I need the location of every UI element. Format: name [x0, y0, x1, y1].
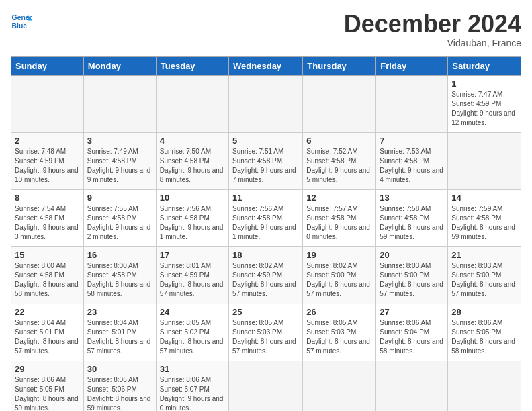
- day-cell: 10 Sunrise: 7:56 AMSunset: 4:58 PMDaylig…: [156, 189, 228, 246]
- day-detail: Sunrise: 8:00 AMSunset: 4:58 PMDaylight:…: [87, 262, 151, 298]
- day-cell: 23 Sunrise: 8:04 AMSunset: 5:01 PMDaylig…: [83, 304, 156, 361]
- day-number: 31: [160, 364, 225, 374]
- empty-cell: [448, 361, 521, 411]
- day-cell: 18 Sunrise: 8:02 AMSunset: 4:59 PMDaylig…: [229, 246, 303, 304]
- day-cell-13: 7 Sunrise: 7:53 AMSunset: 4:58 PMDayligh…: [376, 132, 448, 189]
- day-detail: Sunrise: 7:56 AMSunset: 4:58 PMDaylight:…: [160, 205, 224, 240]
- day-cell: 31 Sunrise: 8:06 AMSunset: 5:07 PMDaylig…: [156, 361, 228, 411]
- day-number: 27: [380, 307, 444, 317]
- col-monday: Monday: [83, 56, 156, 75]
- empty-cell: [229, 75, 303, 132]
- day-number: 25: [232, 307, 299, 317]
- day-detail: Sunrise: 8:05 AMSunset: 5:03 PMDaylight:…: [232, 319, 296, 355]
- day-detail: Sunrise: 7:57 AMSunset: 4:58 PMDaylight:…: [306, 205, 370, 240]
- day-detail: Sunrise: 8:06 AMSunset: 5:04 PMDaylight:…: [380, 319, 443, 355]
- day-cell: 26 Sunrise: 8:05 AMSunset: 5:03 PMDaylig…: [303, 304, 376, 361]
- day-number: 23: [87, 307, 152, 317]
- day-number: 3: [87, 136, 152, 146]
- day-number: 9: [87, 193, 152, 203]
- day-cell: 8 Sunrise: 7:54 AMSunset: 4:58 PMDayligh…: [11, 189, 84, 246]
- day-cell: 30 Sunrise: 8:06 AMSunset: 5:06 PMDaylig…: [83, 361, 156, 411]
- day-detail: Sunrise: 7:53 AMSunset: 4:58 PMDaylight:…: [380, 148, 443, 183]
- day-number: 20: [380, 250, 444, 260]
- day-number: 12: [306, 193, 372, 203]
- calendar-header-row: Sunday Monday Tuesday Wednesday Thursday…: [11, 56, 521, 75]
- empty-cell: [11, 75, 84, 132]
- day-number: 18: [232, 250, 299, 260]
- day-number: 13: [380, 193, 444, 203]
- col-saturday: Saturday: [448, 56, 521, 75]
- col-thursday: Thursday: [303, 56, 376, 75]
- day-cell: 17 Sunrise: 8:01 AMSunset: 4:59 PMDaylig…: [156, 246, 228, 304]
- day-number: 24: [160, 307, 225, 317]
- day-number: 6: [306, 136, 372, 146]
- day-cell: 15 Sunrise: 8:00 AMSunset: 4:58 PMDaylig…: [11, 246, 84, 304]
- empty-cell: [229, 361, 303, 411]
- day-number: 17: [160, 250, 225, 260]
- day-cell-8: 2 Sunrise: 7:48 AMSunset: 4:59 PMDayligh…: [11, 132, 84, 189]
- day-detail: Sunrise: 8:06 AMSunset: 5:06 PMDaylight:…: [87, 376, 151, 411]
- day-cell-9: 3 Sunrise: 7:49 AMSunset: 4:58 PMDayligh…: [83, 132, 156, 189]
- page-header: General Blue December 2024 Vidauban, Fra…: [11, 11, 521, 48]
- day-cell: 20 Sunrise: 8:03 AMSunset: 5:00 PMDaylig…: [376, 246, 448, 304]
- day-number: 4: [160, 136, 225, 146]
- logo: General Blue: [11, 11, 32, 32]
- day-number: 26: [306, 307, 372, 317]
- week-row-5: 22 Sunrise: 8:04 AMSunset: 5:01 PMDaylig…: [11, 304, 521, 361]
- day-detail: Sunrise: 7:59 AMSunset: 4:58 PMDaylight:…: [451, 205, 515, 240]
- day-cell-7: 1 Sunrise: 7:47 AMSunset: 4:59 PMDayligh…: [448, 75, 521, 132]
- day-detail: Sunrise: 8:03 AMSunset: 5:00 PMDaylight:…: [451, 262, 515, 298]
- day-number: 2: [15, 136, 80, 146]
- day-cell: 14 Sunrise: 7:59 AMSunset: 4:58 PMDaylig…: [448, 189, 521, 246]
- day-detail: Sunrise: 8:04 AMSunset: 5:01 PMDaylight:…: [15, 319, 79, 355]
- day-number: 21: [451, 250, 517, 260]
- day-cell: 13 Sunrise: 7:58 AMSunset: 4:58 PMDaylig…: [376, 189, 448, 246]
- day-detail: Sunrise: 8:06 AMSunset: 5:05 PMDaylight:…: [15, 376, 79, 411]
- day-detail: Sunrise: 7:50 AMSunset: 4:58 PMDaylight:…: [160, 148, 224, 183]
- day-number: 22: [15, 307, 80, 317]
- day-number: 8: [15, 193, 80, 203]
- day-cell-10: 4 Sunrise: 7:50 AMSunset: 4:58 PMDayligh…: [156, 132, 228, 189]
- day-number: 1: [451, 79, 517, 89]
- day-number: 11: [232, 193, 299, 203]
- day-number: 29: [15, 364, 80, 374]
- day-detail: Sunrise: 8:06 AMSunset: 5:07 PMDaylight:…: [160, 376, 224, 411]
- empty-cell: [448, 132, 521, 189]
- week-row-3: 8 Sunrise: 7:54 AMSunset: 4:58 PMDayligh…: [11, 189, 521, 246]
- week-row-1: 1 Sunrise: 7:47 AMSunset: 4:59 PMDayligh…: [11, 75, 521, 132]
- empty-cell: [303, 75, 376, 132]
- day-cell: 27 Sunrise: 8:06 AMSunset: 5:04 PMDaylig…: [376, 304, 448, 361]
- day-detail: Sunrise: 8:06 AMSunset: 5:05 PMDaylight:…: [451, 319, 515, 355]
- location: Vidauban, France: [344, 38, 521, 48]
- day-cell: 29 Sunrise: 8:06 AMSunset: 5:05 PMDaylig…: [11, 361, 84, 411]
- day-detail: Sunrise: 7:52 AMSunset: 4:58 PMDaylight:…: [306, 148, 370, 183]
- day-detail: Sunrise: 7:56 AMSunset: 4:58 PMDaylight:…: [232, 205, 296, 240]
- title-block: December 2024 Vidauban, France: [344, 11, 521, 48]
- day-cell-12: 6 Sunrise: 7:52 AMSunset: 4:58 PMDayligh…: [303, 132, 376, 189]
- day-detail: Sunrise: 8:05 AMSunset: 5:02 PMDaylight:…: [160, 319, 224, 355]
- day-detail: Sunrise: 8:01 AMSunset: 4:59 PMDaylight:…: [160, 262, 224, 298]
- empty-cell: [376, 75, 448, 132]
- month-title: December 2024: [344, 11, 521, 38]
- day-cell: 12 Sunrise: 7:57 AMSunset: 4:58 PMDaylig…: [303, 189, 376, 246]
- day-number: 28: [451, 307, 517, 317]
- day-cell: 11 Sunrise: 7:56 AMSunset: 4:58 PMDaylig…: [229, 189, 303, 246]
- col-friday: Friday: [376, 56, 448, 75]
- day-number: 19: [306, 250, 372, 260]
- logo-icon: General Blue: [11, 11, 32, 32]
- day-number: 30: [87, 364, 152, 374]
- week-row-4: 15 Sunrise: 8:00 AMSunset: 4:58 PMDaylig…: [11, 246, 521, 304]
- day-detail: Sunrise: 7:47 AMSunset: 4:59 PMDaylight:…: [451, 91, 515, 126]
- day-number: 5: [232, 136, 299, 146]
- empty-cell: [83, 75, 156, 132]
- day-detail: Sunrise: 8:05 AMSunset: 5:03 PMDaylight:…: [306, 319, 370, 355]
- day-cell-11: 5 Sunrise: 7:51 AMSunset: 4:58 PMDayligh…: [229, 132, 303, 189]
- day-detail: Sunrise: 7:54 AMSunset: 4:58 PMDaylight:…: [15, 205, 79, 240]
- day-detail: Sunrise: 7:55 AMSunset: 4:58 PMDaylight:…: [87, 205, 151, 240]
- empty-cell: [303, 361, 376, 411]
- day-detail: Sunrise: 7:49 AMSunset: 4:58 PMDaylight:…: [87, 148, 151, 183]
- col-sunday: Sunday: [11, 56, 84, 75]
- empty-cell: [376, 361, 448, 411]
- day-number: 16: [87, 250, 152, 260]
- day-detail: Sunrise: 8:02 AMSunset: 5:00 PMDaylight:…: [306, 262, 370, 298]
